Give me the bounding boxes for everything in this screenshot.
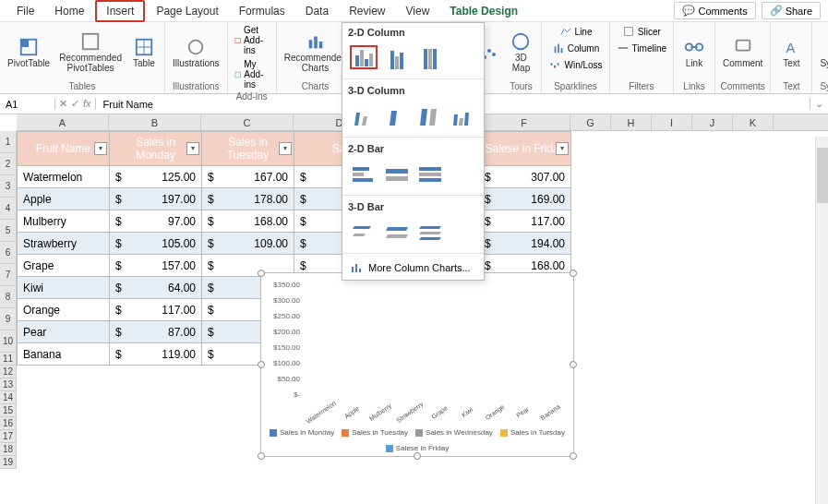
tab-insert[interactable]: Insert — [95, 0, 145, 22]
3d-100-stacked-bar-option[interactable] — [416, 220, 444, 244]
filter-dropdown-icon[interactable]: ▾ — [186, 142, 199, 155]
tab-data[interactable]: Data — [296, 2, 338, 20]
table-header[interactable]: Sales in Tuesday▾ — [202, 132, 294, 166]
share-button[interactable]: 🔗 Share — [762, 2, 821, 19]
cell[interactable]: Apple — [18, 188, 110, 210]
filter-dropdown-icon[interactable]: ▾ — [94, 142, 107, 155]
row-header[interactable]: 3 — [0, 175, 17, 198]
enter-icon[interactable]: ✓ — [71, 98, 79, 110]
col-header[interactable]: A — [17, 114, 109, 130]
embedded-chart[interactable]: $350.00$300.00$250.00$200.00$150.00$100.… — [260, 272, 574, 457]
sparkline-line-button[interactable]: Line — [557, 24, 595, 39]
3d-column-option[interactable] — [449, 103, 476, 127]
clustered-column-option[interactable] — [350, 45, 378, 69]
my-addins-button[interactable]: My Add-ins — [232, 58, 272, 90]
cell[interactable]: $178.00 — [202, 188, 294, 210]
row-header[interactable]: 19 — [0, 456, 17, 469]
cell[interactable]: $119.00 — [110, 343, 202, 366]
cell[interactable]: Kiwi — [18, 277, 110, 299]
row-header[interactable]: 15 — [0, 404, 17, 417]
col-header[interactable]: B — [109, 114, 201, 130]
col-header[interactable]: C — [201, 114, 294, 130]
row-header[interactable]: 12 — [0, 366, 17, 378]
cell[interactable]: $169.00 — [479, 188, 571, 210]
stacked-column-option[interactable] — [383, 45, 411, 69]
100-stacked-bar-option[interactable] — [416, 162, 444, 186]
comments-button[interactable]: 💬 Comments — [674, 2, 755, 19]
cell[interactable]: Strawberry — [18, 233, 110, 255]
recommended-pivot-button[interactable]: Recommended PivotTables — [55, 30, 126, 75]
table-header[interactable]: Sales in Monday▾ — [110, 132, 202, 166]
cell[interactable]: $197.00 — [110, 188, 202, 210]
cell[interactable]: $105.00 — [110, 233, 202, 255]
table-header[interactable]: Fruit Name▾ — [18, 132, 110, 166]
fx-icon[interactable]: fx — [83, 98, 91, 110]
stacked-bar-option[interactable] — [383, 162, 411, 186]
symbols-button[interactable]: ΩSymbols — [816, 35, 828, 70]
col-header[interactable]: K — [733, 114, 774, 130]
cell[interactable]: $64.00 — [110, 277, 202, 299]
more-column-charts-option[interactable]: More Column Charts... — [342, 256, 484, 280]
tab-formulas[interactable]: Formulas — [230, 2, 294, 20]
3d-100-stacked-column-option[interactable] — [416, 103, 444, 127]
cell[interactable]: Watermelon — [18, 166, 110, 188]
row-header[interactable]: 16 — [0, 417, 17, 430]
cell[interactable]: $117.00 — [479, 210, 571, 233]
clustered-bar-option[interactable] — [350, 162, 378, 186]
link-button[interactable]: Link — [678, 35, 711, 70]
tab-table-design[interactable]: Table Design — [440, 2, 527, 20]
col-header[interactable]: J — [692, 114, 733, 130]
comment-button[interactable]: Comment — [719, 35, 766, 70]
row-header[interactable]: 13 — [0, 378, 17, 391]
row-header[interactable]: 10 — [0, 330, 17, 353]
cell[interactable]: $168.00 — [202, 210, 294, 233]
cell[interactable]: Mulberry — [18, 210, 110, 233]
slicer-button[interactable]: Slicer — [619, 24, 664, 39]
recommended-charts-button[interactable]: Recommended Charts — [281, 30, 351, 75]
table-header[interactable]: Salese in Friday▾ — [479, 132, 571, 166]
row-header[interactable]: 14 — [0, 391, 17, 404]
timeline-button[interactable]: Timeline — [614, 41, 669, 55]
row-header[interactable]: 4 — [0, 198, 17, 220]
row-header[interactable]: 17 — [0, 430, 17, 443]
filter-dropdown-icon[interactable]: ▾ — [556, 142, 569, 155]
tab-pagelayout[interactable]: Page Layout — [147, 2, 227, 20]
cell[interactable]: $157.00 — [110, 255, 202, 277]
row-header[interactable]: 6 — [0, 242, 17, 264]
cell[interactable]: Orange — [18, 299, 110, 321]
3d-stacked-column-option[interactable] — [383, 103, 411, 127]
cell[interactable]: Pear — [18, 321, 110, 343]
cell[interactable]: $87.00 — [110, 321, 202, 343]
row-header[interactable]: 9 — [0, 308, 17, 330]
row-header[interactable]: 5 — [0, 220, 17, 242]
row-header[interactable]: 1 — [0, 131, 17, 153]
cell[interactable]: Grape — [18, 255, 110, 277]
3d-clustered-column-option[interactable] — [350, 103, 378, 127]
cell[interactable]: Banana — [18, 343, 110, 366]
row-header[interactable]: 11 — [0, 353, 17, 366]
3d-clustered-bar-option[interactable] — [350, 220, 378, 244]
row-header[interactable]: 2 — [0, 153, 17, 175]
table-button[interactable]: Table — [127, 35, 161, 70]
tab-file[interactable]: File — [7, 2, 43, 20]
row-header[interactable]: 8 — [0, 286, 17, 308]
tab-view[interactable]: View — [397, 2, 439, 20]
filter-dropdown-icon[interactable]: ▾ — [279, 142, 292, 155]
row-header[interactable]: 7 — [0, 264, 17, 286]
illustrations-button[interactable]: Illustrations — [169, 35, 223, 70]
col-header[interactable]: H — [611, 114, 652, 130]
3d-map-button[interactable]: 3D Map — [504, 30, 537, 75]
cell[interactable]: $117.00 — [110, 299, 202, 321]
cell[interactable]: $97.00 — [110, 210, 202, 233]
col-header[interactable]: F — [478, 114, 570, 130]
expand-formula-bar-icon[interactable]: ⌄ — [810, 98, 828, 110]
tab-review[interactable]: Review — [340, 2, 394, 20]
col-header[interactable]: G — [570, 114, 611, 130]
row-header[interactable]: 18 — [0, 443, 17, 456]
cell[interactable]: $109.00 — [202, 233, 294, 255]
cell[interactable]: $194.00 — [479, 233, 571, 255]
sparkline-winloss-button[interactable]: Win/Loss — [546, 57, 605, 72]
vertical-scrollbar[interactable] — [815, 137, 828, 504]
get-addins-button[interactable]: Get Add-ins — [232, 24, 272, 56]
tab-home[interactable]: Home — [45, 2, 93, 20]
